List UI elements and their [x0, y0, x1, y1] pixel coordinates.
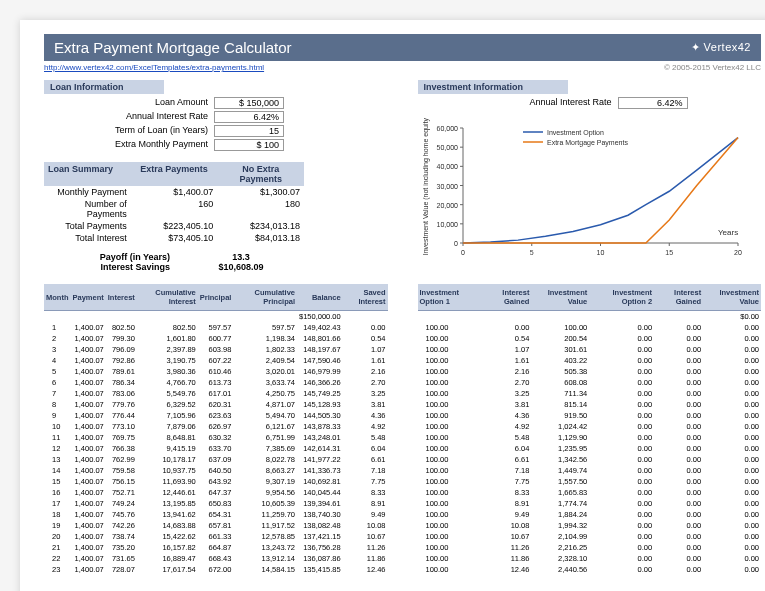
table-row: 100.0011.262,216.250.000.000.00: [418, 542, 762, 553]
loan-info-label: Loan Amount: [44, 97, 214, 109]
summary-label: Total Interest: [44, 232, 131, 244]
svg-text:Investment Value (not includin: Investment Value (not including home equ…: [422, 118, 430, 255]
loan-summary-header: Loan Summary Extra Payments No Extra Pay…: [44, 162, 304, 186]
svg-text:10: 10: [596, 249, 604, 256]
table-row: 100.002.16505.380.000.000.00: [418, 366, 762, 377]
table-row: 91,400.07776.447,105.96623.635,494.70144…: [44, 410, 388, 421]
svg-text:10,000: 10,000: [436, 221, 458, 228]
summary-label: Total Payments: [44, 220, 131, 232]
loan-info-value[interactable]: 15: [214, 125, 284, 137]
table-row: 100.006.041,235.950.000.000.00: [418, 443, 762, 454]
table-row: 31,400.07796.092,397.89603.981,802.33148…: [44, 344, 388, 355]
payoff-value: 13.3: [178, 252, 304, 262]
loan-info-label: Annual Interest Rate: [44, 111, 214, 123]
table-header: Interest Gained: [482, 284, 531, 311]
summary-label: Number of Payments: [44, 198, 131, 220]
table-row: 101,400.07773.107,879.06626.976,121.6714…: [44, 421, 388, 432]
summary-v1: $73,405.10: [131, 232, 218, 244]
table-header: Investment Option 2: [589, 284, 654, 311]
table-row: 100.008.331,665.830.000.000.00: [418, 487, 762, 498]
table-header: Investment Option 1: [418, 284, 483, 311]
title-bar: Extra Payment Mortgage Calculator ✦ Vert…: [44, 34, 761, 61]
loan-info-value[interactable]: $ 150,000: [214, 97, 284, 109]
table-header: Interest: [106, 284, 137, 311]
svg-text:0: 0: [461, 249, 465, 256]
table-header: Investment Value: [703, 284, 761, 311]
loan-info-value[interactable]: $ 100: [214, 139, 284, 151]
logo: ✦ Vertex42: [691, 41, 751, 54]
loan-info-value[interactable]: 6.42%: [214, 111, 284, 123]
table-row: 100.001.07301.610.000.000.00: [418, 344, 762, 355]
inv-rate-value[interactable]: 6.42%: [618, 97, 688, 109]
table-row: 100.009.491,884.240.000.000.00: [418, 509, 762, 520]
table-row: 100.004.36919.500.000.000.00: [418, 410, 762, 421]
table-row: 221,400.07731.6516,889.47668.4313,912.14…: [44, 553, 388, 564]
left-column: Loan Information Loan Amount$ 150,000Ann…: [44, 80, 388, 272]
table-row: 201,400.07738.7415,422.62661.3312,578.85…: [44, 531, 388, 542]
table-row: 131,400.07762.9910,178.17637.098,022.781…: [44, 454, 388, 465]
table-header: Investment Value: [531, 284, 589, 311]
summary-v2: 180: [217, 198, 304, 220]
payoff-label: Payoff (in Years): [44, 252, 178, 262]
svg-text:Investment Option: Investment Option: [547, 129, 604, 137]
table-row: 141,400.07759.5810,937.75640.508,663.271…: [44, 465, 388, 476]
table-row: 61,400.07786.344,766.70613.733,633.74146…: [44, 377, 388, 388]
table-header: Interest Gained: [654, 284, 703, 311]
table-row: 111,400.07769.758,648.81630.326,751.9914…: [44, 432, 388, 443]
table-row: 151,400.07756.1511,693.90643.929,307.191…: [44, 476, 388, 487]
table-row: 51,400.07789.613,980.36610.463,020.01146…: [44, 366, 388, 377]
table-row: 100.008.911,774.740.000.000.00: [418, 498, 762, 509]
starting-balance: $150,000.00: [297, 311, 343, 323]
svg-text:5: 5: [529, 249, 533, 256]
summary-v2: $1,300.07: [217, 186, 304, 198]
table-row: 100.000.00100.000.000.000.00: [418, 322, 762, 333]
svg-text:40,000: 40,000: [436, 163, 458, 170]
table-row: 211,400.07735.2016,157.82664.8713,243.72…: [44, 542, 388, 553]
col-extra-payments: Extra Payments: [131, 162, 218, 186]
loan-summary-title: Loan Summary: [44, 162, 131, 186]
table-row: 171,400.07749.2413,195.85650.8310,605.39…: [44, 498, 388, 509]
table-row: 100.0012.462,440.560.000.000.00: [418, 564, 762, 575]
table-row: 100.003.25711.340.000.000.00: [418, 388, 762, 399]
table-row: 41,400.07792.863,190.75607.222,409.54147…: [44, 355, 388, 366]
table-row: 100.001.61403.220.000.000.00: [418, 355, 762, 366]
summary-v2: $234,013.18: [217, 220, 304, 232]
table-row: 100.002.70608.080.000.000.00: [418, 377, 762, 388]
summary-v1: $1,400.07: [131, 186, 218, 198]
table-row: 100.007.181,449.740.000.000.00: [418, 465, 762, 476]
table-row: 100.004.921,024.420.000.000.00: [418, 421, 762, 432]
col-no-extra-payments: No Extra Payments: [217, 162, 304, 186]
savings-value: $10,608.09: [178, 262, 304, 272]
page-container: Extra Payment Mortgage Calculator ✦ Vert…: [20, 20, 765, 591]
table-row: 100.000.54200.540.000.000.00: [418, 333, 762, 344]
table-row: 100.007.751,557.500.000.000.00: [418, 476, 762, 487]
copyright-text: © 2005-2015 Vertex42 LLC: [664, 63, 761, 72]
chart-line: [463, 138, 738, 243]
svg-text:0: 0: [454, 240, 458, 247]
table-header: Month: [44, 284, 71, 311]
loan-info-header: Loan Information: [44, 80, 164, 94]
source-link[interactable]: http://www.vertex42.com/ExcelTemplates/e…: [44, 63, 264, 72]
subheader: http://www.vertex42.com/ExcelTemplates/e…: [44, 61, 761, 80]
loan-info-label: Extra Monthly Payment: [44, 139, 214, 151]
table-row: 81,400.07779.766,329.52620.314,871.07145…: [44, 399, 388, 410]
table-header: Balance: [297, 284, 343, 311]
chart-line: [463, 138, 738, 243]
investment-chart: 010,00020,00030,00040,00050,00060,000051…: [418, 118, 762, 270]
table-row: 100.003.81815.140.000.000.00: [418, 399, 762, 410]
table-header: Principal: [198, 284, 234, 311]
table-row: 181,400.07745.7613,941.62654.3111,259.70…: [44, 509, 388, 520]
table-header: Cumulative Interest: [137, 284, 198, 311]
table-header: Payment: [71, 284, 106, 311]
page-title: Extra Payment Mortgage Calculator: [54, 39, 292, 56]
inv-rate-label: Annual Interest Rate: [418, 97, 618, 109]
loan-info-label: Term of Loan (in Years): [44, 125, 214, 137]
svg-text:Years: Years: [718, 228, 738, 237]
summary-v1: 160: [131, 198, 218, 220]
table-row: 100.006.611,342.560.000.000.00: [418, 454, 762, 465]
summary-label: Monthly Payment: [44, 186, 131, 198]
table-row: 71,400.07783.065,549.76617.014,250.75145…: [44, 388, 388, 399]
svg-text:50,000: 50,000: [436, 144, 458, 151]
amortization-table-right: Investment Option 1Interest GainedInvest…: [418, 284, 762, 575]
summary-v2: $84,013.18: [217, 232, 304, 244]
